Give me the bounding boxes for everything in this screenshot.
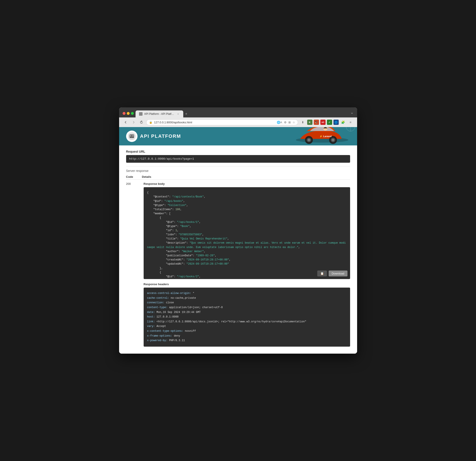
response-body-label: Response body [144,182,350,185]
forward-button[interactable] [130,119,137,125]
header-line-3: connection: close [147,300,347,305]
details-header: Details [142,175,151,178]
close-button[interactable] [123,112,126,115]
response-headers-section: Response headers access-control-allow-or… [144,283,350,347]
status-code: 200 [126,182,135,347]
grid-icon[interactable]: ⊞ [288,121,291,124]
title-bar: API Platform - API Platform × + ⌄ [119,107,357,117]
extension-k[interactable]: K [307,120,313,125]
traffic-lights [123,112,134,117]
svg-point-13 [308,139,310,141]
server-response-label: Server response [126,169,350,173]
maximize-button[interactable] [131,112,134,115]
copy-button[interactable]: 📋 [317,271,327,276]
response-table-header: Code Details [126,174,350,180]
new-tab-button[interactable]: + [183,111,189,117]
header-mascot: ⚡ Laravel [287,127,357,145]
response-body-area: Response body { "@context": "/api/contex… [144,182,350,347]
download-nav-icon[interactable]: ⬇ [300,119,306,125]
header-line-11: x-powered-by: PHP/8.3.11 [147,338,347,343]
back-button[interactable] [123,119,129,125]
svg-point-16 [332,139,334,141]
page-content: API PLATFORM [119,127,357,354]
active-tab[interactable]: API Platform - API Platform × [136,110,183,117]
svg-point-5 [132,136,133,136]
extension-check[interactable]: ✓ [327,120,332,125]
header-line-9: x-content-type-options: nosniff [147,329,347,334]
download-button[interactable]: Download [329,271,348,276]
address-url: 127.0.0.1:8000/api/books.html [154,121,275,124]
settings-icon[interactable]: ⚙ [284,121,287,124]
divider-1 [126,166,350,166]
header-line-4: content-type: application/ld+json; chars… [147,305,347,310]
api-logo-icon [126,131,137,142]
tab-menu-button[interactable]: ⌄ [350,110,354,117]
svg-rect-6 [130,137,133,137]
extensions-button[interactable]: 🧩 [340,119,346,125]
bookmark-icon[interactable]: ☆ [292,121,295,124]
api-platform-header: API PLATFORM [119,127,357,145]
header-line-5: date: Mon,16 Sep 2024 19:29:44 GMT [147,310,347,315]
header-line-10: x-frame-options: deny [147,334,347,338]
main-content: Request URL http://127.0.0.1:8000/api/bo… [119,145,357,354]
extension-globe[interactable]: 🌐 [333,120,339,125]
security-icon: 🔒 [149,121,152,124]
request-url-label: Request URL [126,150,350,153]
address-bar[interactable]: 🔒 127.0.0.1:8000/api/books.html 🌐A ⚙ ⊞ ☆ [146,119,298,125]
header-line-8: vary: Accept [147,324,347,329]
browser-window: API Platform - API Platform × + ⌄ 🔒 [119,107,357,354]
response-row: 200 Response body { "@context": "/api/co… [126,182,350,347]
code-action-bar: 📋 Download [317,271,348,276]
extension-bird[interactable]: 🦅 [314,120,319,125]
nav-actions: ⬇ K 🦅 uD ✓ 🌐 🧩 ≡ [300,119,354,125]
api-logo: API PLATFORM [126,131,181,142]
svg-point-20 [326,127,326,128]
reload-button[interactable] [138,119,144,125]
navigation-bar: 🔒 127.0.0.1:8000/api/books.html 🌐A ⚙ ⊞ ☆… [119,117,357,127]
tab-favicon [139,112,143,116]
tab-close-button[interactable]: × [177,112,180,115]
response-body-code: { "@context": "/api/contexts/Book", "@id… [144,187,350,279]
extension-ud[interactable]: uD [320,120,326,125]
translate-icon[interactable]: 🌐A [277,121,282,124]
response-headers-label: Response headers [144,283,350,286]
header-line-1: access-control-allow-origin: * [147,291,347,296]
tab-title: API Platform - API Platform [144,112,175,115]
api-platform-title: API PLATFORM [140,133,181,139]
minimize-button[interactable] [127,112,130,115]
menu-button[interactable]: ≡ [348,119,354,125]
svg-point-19 [324,127,325,128]
tabs-area: API Platform - API Platform × + ⌄ [136,110,354,117]
request-url-value: http://127.0.0.1:8000/api/books?page=1 [126,155,350,163]
header-line-6: host: 127.0.0.1:8000 [147,315,347,320]
code-header: Code [126,175,133,178]
svg-text:⚡ Laravel: ⚡ Laravel [319,135,332,138]
svg-point-4 [130,136,131,136]
header-line-2: cache-control: no-cache,private [147,296,347,301]
header-line-7: link: <http://127.0.0.1:8000/api/docs.js… [147,320,347,324]
response-headers-code: access-control-allow-origin: * cache-con… [144,288,350,347]
